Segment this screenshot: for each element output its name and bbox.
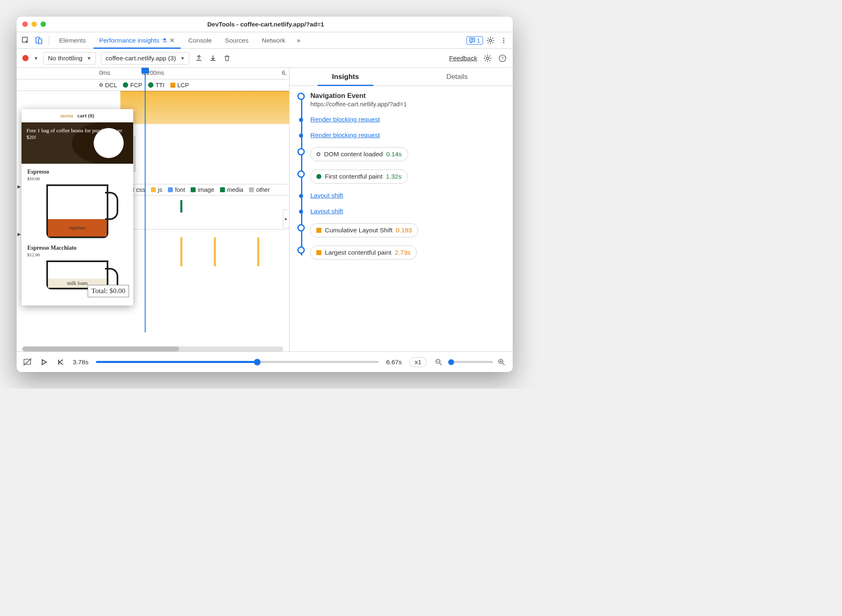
- timeline-node-icon: [299, 194, 303, 198]
- tab-elements[interactable]: Elements: [53, 32, 92, 48]
- preview-total: Total: $0.00: [88, 285, 129, 297]
- help-icon[interactable]: ?: [498, 54, 507, 63]
- timeline-panel: 0ms 3,200ms 6, DCL FCP TTI LCP ▶ ▶ css: [17, 68, 289, 351]
- timeline-node-icon: [299, 210, 303, 214]
- network-bar[interactable]: [214, 237, 216, 266]
- network-legend: css js font image media other: [129, 184, 289, 196]
- tab-label: Console: [188, 37, 212, 44]
- issues-badge[interactable]: 1: [466, 36, 483, 45]
- tab-performance-insights[interactable]: Performance insights ⚗ ✕: [93, 32, 181, 48]
- settings-icon[interactable]: [485, 35, 496, 46]
- time-slider[interactable]: [96, 361, 379, 363]
- inspect-icon[interactable]: [20, 35, 31, 46]
- tab-console[interactable]: Console: [182, 32, 218, 48]
- network-bars: [129, 196, 289, 346]
- close-window[interactable]: [22, 21, 28, 27]
- legend-other: other: [249, 186, 270, 193]
- zoom-in-icon[interactable]: [497, 358, 506, 367]
- timeline-node-icon: [297, 224, 305, 232]
- chevron-down-icon: ▼: [86, 55, 91, 61]
- minimize-window[interactable]: [31, 21, 37, 27]
- tab-insights[interactable]: Insights: [289, 68, 401, 86]
- expand-row-icon[interactable]: ▶: [17, 184, 21, 189]
- recording-select[interactable]: coffee-cart.netlify.app (3) ▼: [101, 52, 189, 64]
- insight-lcp[interactable]: Largest contentful paint 2.73s: [310, 246, 505, 260]
- export-icon[interactable]: [194, 54, 203, 63]
- tti-icon: [148, 82, 153, 88]
- insight-dcl[interactable]: DOM content loaded 0.14s: [310, 147, 505, 161]
- tab-details[interactable]: Details: [401, 68, 513, 86]
- network-bar[interactable]: [180, 237, 182, 266]
- ruler-tick: 0ms: [99, 69, 110, 76]
- insights-list[interactable]: Navigation Event https://coffee-cart.net…: [289, 86, 513, 351]
- svg-point-5: [489, 39, 492, 42]
- close-tab-icon[interactable]: ✕: [170, 37, 175, 44]
- insight-render-blocking[interactable]: Render blocking request: [310, 131, 505, 139]
- legend-js: js: [151, 186, 162, 193]
- marker-tti: TTI: [148, 82, 165, 88]
- skip-start-icon[interactable]: [56, 358, 65, 367]
- more-tabs-icon[interactable]: »: [293, 35, 304, 46]
- timeline-node-icon: [297, 246, 305, 254]
- panel-settings-icon[interactable]: [483, 54, 492, 63]
- throttling-select[interactable]: No throttling ▼: [43, 52, 96, 64]
- insight-navigation[interactable]: Navigation Event https://coffee-cart.net…: [310, 92, 505, 107]
- zoom-slider[interactable]: [447, 361, 493, 363]
- svg-rect-2: [38, 39, 42, 44]
- expand-row-icon[interactable]: ▶: [17, 232, 21, 237]
- svg-line-19: [502, 363, 505, 365]
- tab-sources[interactable]: Sources: [219, 32, 254, 48]
- playback-speed[interactable]: x1: [409, 357, 427, 367]
- main-area: 0ms 3,200ms 6, DCL FCP TTI LCP ▶ ▶ css: [17, 68, 513, 351]
- device-toggle-icon[interactable]: [33, 35, 45, 46]
- insight-render-blocking[interactable]: Render blocking request: [310, 116, 505, 123]
- insight-fcp[interactable]: First contentful paint 1.32s: [310, 170, 505, 184]
- preview-item: Espresso $10.00 espresso: [22, 164, 133, 240]
- play-icon[interactable]: [40, 358, 49, 367]
- timeline-node-icon: [299, 134, 303, 138]
- time-ruler[interactable]: 0ms 3,200ms 6,: [17, 68, 289, 79]
- panel-resize-handle[interactable]: ▸: [283, 210, 289, 228]
- delete-icon[interactable]: [222, 54, 232, 63]
- preview-item: Espresso Macchiato $12.00 milk foam: [22, 240, 133, 291]
- screenshot-preview: menu cart (0) Free 1 bag of coffee beans…: [22, 109, 133, 306]
- playback-bar: 3.78s 6.67s x1: [17, 351, 513, 372]
- horizontal-scrollbar[interactable]: [22, 346, 283, 351]
- playhead[interactable]: [145, 68, 146, 332]
- legend-image: image: [191, 186, 214, 193]
- panel-tabs: Elements Performance insights ⚗ ✕ Consol…: [17, 32, 513, 49]
- legend-media: media: [220, 186, 244, 193]
- marker-dcl: DCL: [99, 82, 117, 88]
- insight-layout-shift[interactable]: Layout shift: [310, 208, 505, 215]
- insight-cls[interactable]: Cumulative Layout Shift 0.193: [310, 223, 505, 237]
- tab-label: Network: [262, 37, 285, 44]
- timeline-node-icon: [297, 148, 305, 155]
- insight-layout-shift[interactable]: Layout shift: [310, 192, 505, 199]
- feedback-link[interactable]: Feedback: [449, 55, 477, 62]
- tab-network[interactable]: Network: [256, 32, 291, 48]
- network-bar[interactable]: [257, 237, 259, 266]
- network-bar[interactable]: [180, 200, 182, 212]
- lcp-icon: [170, 83, 175, 88]
- zoom-out-icon[interactable]: [434, 358, 443, 367]
- import-icon[interactable]: [208, 54, 218, 63]
- marker-lcp: LCP: [170, 82, 189, 88]
- record-menu-chevron-icon[interactable]: ▼: [33, 55, 38, 61]
- record-button[interactable]: [22, 55, 29, 61]
- insights-panel: Insights Details Navigation Event https:…: [289, 68, 513, 351]
- devtools-window: DevTools - coffee-cart.netlify.app/?ad=1…: [17, 17, 513, 372]
- legend-font: font: [168, 186, 185, 193]
- zoom-controls: [434, 358, 506, 367]
- traffic-lights: [22, 21, 46, 27]
- issues-count: 1: [477, 37, 480, 44]
- titlebar: DevTools - coffee-cart.netlify.app/?ad=1: [17, 17, 513, 32]
- zoom-window[interactable]: [41, 21, 46, 27]
- kebab-menu-icon[interactable]: [498, 35, 510, 46]
- replay-disabled-icon[interactable]: [23, 358, 32, 367]
- preview-banner: Free 1 bag of coffee beans for purchase …: [22, 122, 133, 164]
- ruler-tick: 6,: [282, 69, 287, 76]
- fcp-icon: [123, 82, 128, 88]
- timeline-node-icon: [297, 93, 305, 100]
- svg-point-6: [503, 38, 504, 39]
- svg-point-8: [503, 42, 504, 43]
